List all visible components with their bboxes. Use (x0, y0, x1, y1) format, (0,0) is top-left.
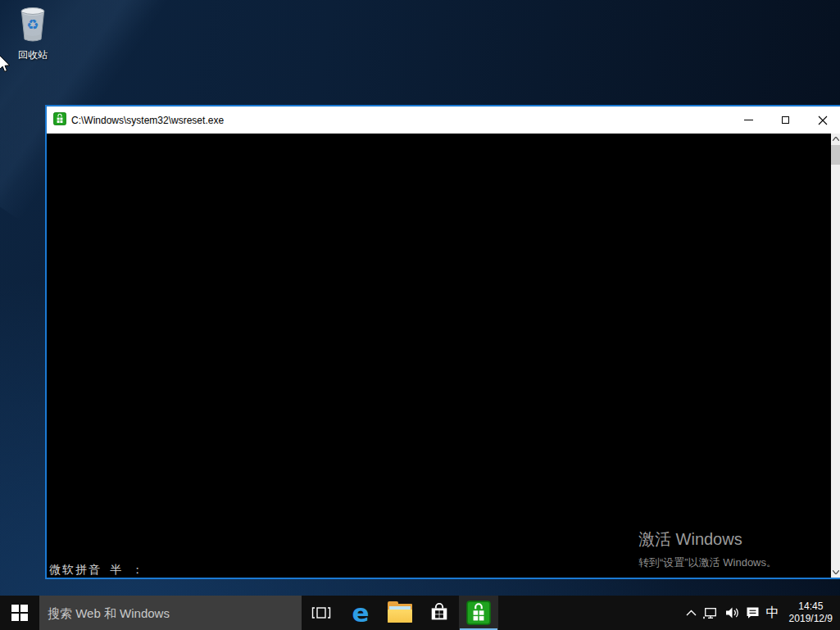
watermark-title: 激活 Windows (638, 528, 777, 551)
maximize-icon (782, 116, 789, 124)
start-button[interactable] (0, 596, 39, 630)
action-center-icon (746, 606, 760, 619)
mouse-cursor (0, 54, 10, 77)
network-tray-button[interactable] (703, 606, 718, 619)
taskbar-app-buttons: e (302, 596, 498, 630)
speaker-icon (724, 606, 739, 619)
show-hidden-icons-button[interactable] (686, 610, 697, 616)
ime-indicator[interactable]: 中 (766, 606, 779, 619)
edge-icon: e (352, 601, 369, 626)
console-ime-status: 微软拼音 半 ： (49, 563, 145, 578)
wsreset-store-app-button[interactable] (459, 596, 498, 630)
store-icon (429, 602, 450, 623)
minimize-button[interactable] (730, 107, 767, 134)
search-input[interactable] (39, 596, 302, 630)
scrollbar-up-button[interactable] (831, 134, 840, 144)
task-view-button[interactable] (302, 596, 341, 630)
store-app-icon (53, 112, 66, 129)
store-green-icon (466, 601, 491, 625)
action-center-button[interactable] (746, 606, 760, 619)
network-icon (703, 606, 718, 619)
recycle-bin-label: 回收站 (18, 48, 48, 62)
scrollbar-down-button[interactable] (831, 567, 840, 578)
clock-date: 2019/12/9 (789, 613, 833, 625)
volume-tray-button[interactable] (724, 606, 739, 619)
maximize-button[interactable] (767, 107, 804, 134)
scroll-down-icon (833, 570, 839, 574)
scrollbar-thumb[interactable] (831, 145, 840, 165)
task-view-icon (311, 605, 331, 620)
close-button[interactable] (804, 107, 840, 134)
edge-browser-button[interactable]: e (341, 596, 380, 630)
scrollbar-track[interactable] (831, 165, 840, 567)
console-output-area[interactable]: 微软拼音 半 ： (47, 134, 831, 578)
screen: { "desktop": { "recycle_bin_label": "回收站… (0, 0, 840, 630)
recycle-bin-icon: ♻ (15, 5, 51, 46)
windows-logo-icon (11, 605, 28, 621)
taskbar: e (0, 596, 840, 630)
svg-text:♻: ♻ (26, 16, 39, 33)
console-window: C:\Windows\system32\wsreset.exe 微软拼音 半 ： (45, 105, 840, 579)
window-title: C:\Windows\system32\wsreset.exe (71, 115, 224, 126)
minimize-icon (744, 120, 753, 120)
file-explorer-icon (388, 604, 412, 623)
window-controls (730, 107, 840, 134)
file-explorer-button[interactable] (380, 596, 420, 630)
console-body: 微软拼音 半 ： (47, 134, 840, 578)
store-button[interactable] (420, 596, 459, 630)
recycle-bin-desktop-icon[interactable]: ♻ 回收站 (7, 5, 59, 62)
clock-time: 14:45 (789, 601, 833, 613)
scroll-up-icon (833, 137, 839, 141)
system-tray: 中 14:45 2019/12/9 (686, 596, 840, 630)
activate-windows-watermark: 激活 Windows 转到“设置”以激活 Windows。 (638, 528, 777, 570)
watermark-subtitle: 转到“设置”以激活 Windows。 (638, 555, 777, 570)
taskbar-clock[interactable]: 14:45 2019/12/9 (789, 601, 833, 625)
vertical-scrollbar[interactable] (831, 134, 840, 578)
close-icon (818, 116, 828, 125)
window-titlebar[interactable]: C:\Windows\system32\wsreset.exe (47, 107, 840, 134)
taskbar-search-box[interactable] (39, 596, 302, 630)
chevron-up-icon (686, 610, 697, 616)
